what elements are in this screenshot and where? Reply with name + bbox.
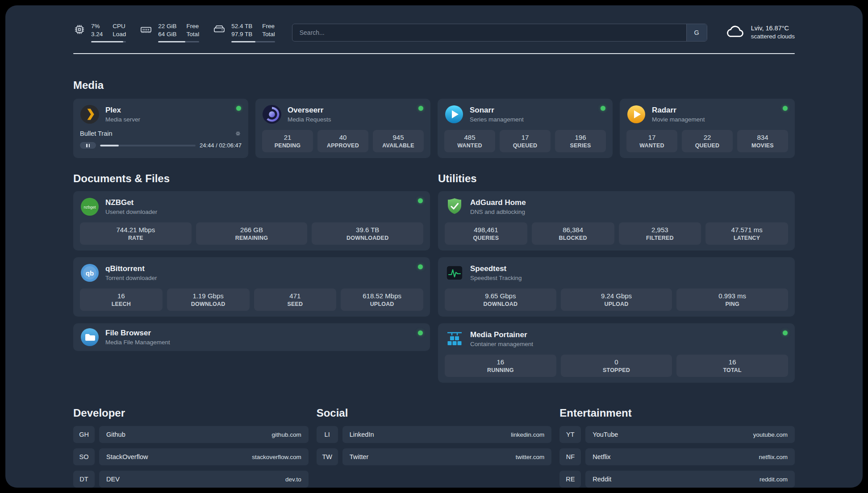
app-card-adguard[interactable]: AdGuard Home DNS and adblocking 498,461 … <box>438 191 795 251</box>
bookmark-pill: Twitter twitter.com <box>342 448 552 465</box>
bookmark-url: dev.to <box>285 476 301 483</box>
ram-total-value: 64 GiB <box>158 30 176 38</box>
stat-value: 0.993 ms <box>679 292 785 300</box>
stat-tile: 47.571 ms LATENCY <box>705 222 788 245</box>
cpu-load-label: Load <box>113 30 126 38</box>
disk-progress-bar <box>231 41 275 42</box>
bookmark-stackoverflow[interactable]: SO StackOverflow stackoverflow.com <box>73 448 309 465</box>
app-name: AdGuard Home <box>470 198 526 207</box>
app-card-sonarr[interactable]: Sonarr Series management 485 WANTED 17 Q… <box>438 99 613 158</box>
stat-label: TOTAL <box>679 367 785 373</box>
ram-free-label: Free <box>187 22 200 30</box>
bookmark-name: DEV <box>106 476 120 483</box>
stat-label: BLOCKED <box>534 235 612 241</box>
app-desc: Media server <box>105 116 140 123</box>
app-name: Sonarr <box>470 106 524 115</box>
stat-tile: 86,384 BLOCKED <box>532 222 614 245</box>
bookmark-pill: Netflix netflix.com <box>585 448 795 465</box>
disk-widget: 52.4 TB 97.9 TB Free Total <box>213 22 275 42</box>
playback-time: 24:44 / 02:06:47 <box>200 142 242 149</box>
bookmark-twitter[interactable]: TW Twitter twitter.com <box>317 448 552 465</box>
section-title-entertainment: Entertainment <box>559 407 795 419</box>
bookmark-name: Twitter <box>350 453 369 460</box>
app-card-radarr[interactable]: Radarr Movie management 17 WANTED 22 QUE… <box>620 99 795 158</box>
gear-icon[interactable] <box>234 130 242 137</box>
stat-value: 16 <box>679 358 785 366</box>
stat-tile: 0 STOPPED <box>561 355 672 377</box>
app-card-nzbget[interactable]: nzbget NZBGet Usenet downloader 744.21 M… <box>73 191 430 251</box>
app-name: Plex <box>105 106 140 115</box>
stat-label: SEED <box>257 301 334 307</box>
stat-label: UPLOAD <box>343 301 421 307</box>
now-playing-title: Bullet Train <box>80 130 113 137</box>
bookmark-url: youtube.com <box>753 431 788 438</box>
stat-tile: 1.19 Gbps DOWNLOAD <box>167 288 250 311</box>
overseerr-icon <box>262 104 282 124</box>
app-desc: Movie management <box>652 116 705 123</box>
playback-progress-bar[interactable] <box>100 145 196 146</box>
stat-tile: 485 WANTED <box>444 130 495 152</box>
stat-value: 9.24 Gbps <box>563 292 670 300</box>
stat-value: 16 <box>83 292 160 300</box>
disk-total-value: 97.9 TB <box>231 30 252 38</box>
app-name: Radarr <box>652 106 705 115</box>
search-bar[interactable]: G <box>292 24 707 42</box>
stat-tile: 16 TOTAL <box>676 355 788 377</box>
disk-total-label: Total <box>262 30 275 38</box>
stat-tile: 17 QUEUED <box>500 130 551 152</box>
stat-tile: 0.993 ms PING <box>676 288 788 311</box>
speedtest-icon <box>445 263 464 283</box>
stat-tile: 16 LEECH <box>80 288 163 311</box>
pause-button[interactable] <box>80 142 96 149</box>
search-engine-button[interactable]: G <box>686 24 707 41</box>
app-card-qbittorrent[interactable]: qb qBittorrent Torrent downloader 16 <box>73 257 430 317</box>
app-card-speedtest[interactable]: Speedtest Speedtest Tracking 9.65 Gbps D… <box>438 257 795 317</box>
stat-value: 22 <box>684 134 730 141</box>
stat-label: QUEUED <box>684 142 730 149</box>
bookmark-netflix[interactable]: NF Netflix netflix.com <box>559 448 795 465</box>
app-card-portainer[interactable]: Media Portainer Container management 16 … <box>438 323 795 383</box>
stat-value: 744.21 Mbps <box>83 226 189 234</box>
stat-label: QUERIES <box>447 235 525 241</box>
bookmark-reddit[interactable]: RE Reddit reddit.com <box>559 471 795 488</box>
bookmark-name: Github <box>106 431 125 438</box>
cpu-widget: 7% 3.24 CPU Load <box>73 22 126 42</box>
bookmark-youtube[interactable]: YT YouTube youtube.com <box>559 426 795 443</box>
documents-column: Documents & Files nzbget <box>73 172 430 383</box>
search-input[interactable] <box>292 29 686 36</box>
section-title-media: Media <box>73 79 795 92</box>
stat-tile: 945 AVAILABLE <box>373 130 424 152</box>
bookmark-dev[interactable]: DT DEV dev.to <box>73 471 309 488</box>
stat-value: 471 <box>257 292 334 300</box>
stat-tile: 744.21 Mbps RATE <box>80 222 192 245</box>
stat-tile: 2,953 FILTERED <box>619 222 701 245</box>
app-card-overseerr[interactable]: Overseerr Media Requests 21 PENDING 40 A… <box>255 99 430 158</box>
app-card-filebrowser[interactable]: File Browser Media File Management <box>73 323 430 351</box>
bookmark-url: twitter.com <box>516 454 545 460</box>
stat-value: 9.65 Gbps <box>447 292 554 300</box>
stat-label: SERIES <box>558 142 603 149</box>
stat-label: AVAILABLE <box>376 142 421 149</box>
cpu-load-value: 3.24 <box>91 30 103 38</box>
bookmark-linkedin[interactable]: LI LinkedIn linkedin.com <box>317 426 552 443</box>
svg-text:nzbget: nzbget <box>83 205 96 209</box>
stat-label: RATE <box>83 235 189 241</box>
app-card-plex[interactable]: Plex Media server Bullet Train <box>73 99 248 158</box>
section-title-developer: Developer <box>73 407 309 419</box>
plex-icon <box>80 104 100 124</box>
header-divider <box>73 53 795 54</box>
app-desc: Torrent downloader <box>105 275 157 281</box>
bookmark-github[interactable]: GH Github github.com <box>73 426 309 443</box>
filebrowser-icon <box>80 327 100 347</box>
stat-value: 485 <box>447 134 492 141</box>
bookmark-pill: DEV dev.to <box>99 471 309 488</box>
stat-label: PENDING <box>265 142 310 149</box>
bookmark-abbr: LI <box>317 426 338 443</box>
cpu-label: CPU <box>113 22 126 30</box>
weather-location: Lviv, 16.87°C <box>751 24 795 33</box>
bookmark-pill: Github github.com <box>99 426 309 443</box>
stat-label: STOPPED <box>563 367 670 373</box>
cpu-percent: 7% <box>91 22 103 30</box>
bookmark-abbr: GH <box>73 426 95 443</box>
app-name: Overseerr <box>288 106 331 115</box>
